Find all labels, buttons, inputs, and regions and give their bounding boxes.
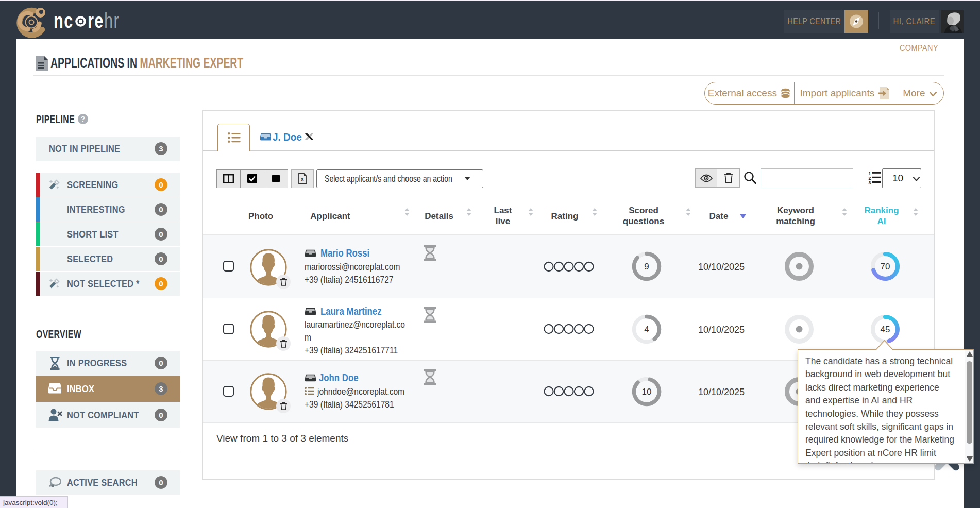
svg-text:9: 9 xyxy=(644,262,649,272)
svg-text:10: 10 xyxy=(642,387,652,397)
svg-text:x: x xyxy=(301,176,304,182)
svg-text:3: 3 xyxy=(869,180,871,184)
svg-text:70: 70 xyxy=(881,262,890,272)
svg-text:4: 4 xyxy=(644,325,649,334)
svg-text:45: 45 xyxy=(881,325,890,334)
